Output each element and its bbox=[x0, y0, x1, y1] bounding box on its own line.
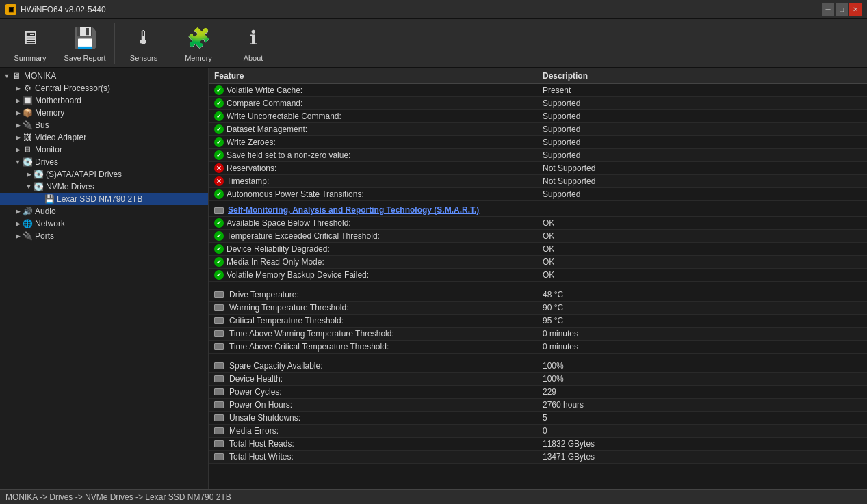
desc-cell: 11832 GBytes bbox=[537, 438, 867, 451]
close-button[interactable]: ✕ bbox=[849, 3, 862, 16]
tree-arrow-sata_drives: ▶ bbox=[25, 170, 33, 178]
maximize-button[interactable]: □ bbox=[836, 3, 848, 16]
tree-icon-cpu: ⚙ bbox=[22, 83, 33, 94]
toolbar-btn-save_report[interactable]: 💾 Save Report bbox=[57, 20, 112, 66]
feature-cell: Power Cycles: bbox=[209, 386, 537, 399]
desc-cell: 90 °C bbox=[537, 301, 867, 314]
sidebar-item-cpu[interactable]: ▶ ⚙ Central Processor(s) bbox=[0, 82, 208, 94]
sensors-label: Sensors bbox=[130, 54, 157, 62]
toolbar-btn-summary[interactable]: 🖥 Summary bbox=[3, 20, 57, 66]
sensors-icon: 🌡 bbox=[130, 24, 157, 51]
desc-cell: 100% bbox=[537, 360, 867, 373]
feature-cell: Unsafe Shutdowns: bbox=[209, 412, 537, 425]
sidebar-tree[interactable]: ▼ 🖥 MONIKA ▶ ⚙ Central Processor(s) ▶ 🔲 … bbox=[0, 68, 209, 489]
tree-icon-network: 🌐 bbox=[22, 218, 33, 229]
status-icon: ✓ bbox=[214, 231, 224, 241]
sidebar-item-ports[interactable]: ▶ 🔌 Ports bbox=[0, 230, 208, 242]
table-row bbox=[209, 353, 867, 360]
table-row: ✓ Available Space Below Threshold: OK bbox=[209, 217, 867, 230]
app-icon: ▣ bbox=[5, 4, 16, 15]
table-row: Time Above Critical Temperature Threshol… bbox=[209, 340, 867, 353]
save_report-icon: 💾 bbox=[71, 24, 99, 51]
tree-label-network: Network bbox=[35, 219, 65, 228]
feature-cell: ✓ Compare Command: bbox=[209, 97, 537, 110]
sidebar-item-monitor[interactable]: ▶ 🖥 Monitor bbox=[0, 144, 208, 156]
sidebar-item-drives[interactable]: ▼ 💽 Drives bbox=[0, 156, 208, 168]
app-title: HWiNFO64 v8.02-5440 bbox=[21, 5, 822, 14]
minimize-button[interactable]: ─ bbox=[822, 3, 834, 16]
sidebar-item-lexar_ssd[interactable]: 💾 Lexar SSD NM790 2TB bbox=[0, 193, 208, 205]
toolbar-btn-sensors[interactable]: 🌡 Sensors bbox=[116, 20, 171, 66]
sidebar-item-sata_drives[interactable]: ▶ 💽 (S)ATA/ATAPI Drives bbox=[0, 168, 208, 181]
about-label: About bbox=[244, 54, 263, 62]
sidebar-item-memory[interactable]: ▶ 📦 Memory bbox=[0, 107, 208, 119]
feature-cell: ✕ Reservations: bbox=[209, 162, 537, 175]
tree-label-drives: Drives bbox=[35, 157, 58, 167]
table-row: Warning Temperature Threshold: 90 °C bbox=[209, 301, 867, 314]
tree-icon-bus: 🔌 bbox=[22, 120, 33, 131]
feature-cell: ✓ Temperature Exceeded Critical Threshol… bbox=[209, 230, 537, 243]
toolbar-btn-memory[interactable]: 🧩 Memory bbox=[171, 20, 226, 66]
table-row: ✕ Reservations: Not Supported bbox=[209, 162, 867, 175]
title-bar: ▣ HWiNFO64 v8.02-5440 ─ □ ✕ bbox=[0, 0, 867, 19]
sidebar-item-audio[interactable]: ▶ 🔊 Audio bbox=[0, 205, 208, 217]
status-icon: ✓ bbox=[214, 150, 224, 160]
tree-icon-monika: 🖥 bbox=[11, 70, 22, 81]
table-row: Self-Monitoring, Analysis and Reporting … bbox=[209, 201, 867, 217]
smart-link[interactable]: Self-Monitoring, Analysis and Reporting … bbox=[228, 205, 479, 215]
desc-cell: Supported bbox=[537, 110, 867, 123]
tree-icon-nvme_drives: 💽 bbox=[33, 181, 44, 192]
sidebar-item-monika[interactable]: ▼ 🖥 MONIKA bbox=[0, 70, 208, 82]
toolbar-btn-about[interactable]: ℹ About bbox=[226, 20, 281, 66]
tree-label-monika: MONIKA bbox=[24, 71, 56, 81]
feature-cell: ✓ Write Zeroes: bbox=[209, 136, 537, 149]
feature-cell: Total Host Reads: bbox=[209, 438, 537, 451]
desc-cell: OK bbox=[537, 243, 867, 256]
tree-label-cpu: Central Processor(s) bbox=[35, 83, 110, 93]
content-panel[interactable]: Feature Description ✓ Volatile Write Cac… bbox=[209, 68, 867, 489]
table-row: Time Above Warning Temperature Threshold… bbox=[209, 327, 867, 340]
tree-arrow-motherboard: ▶ bbox=[14, 96, 22, 105]
desc-cell: 100% bbox=[537, 373, 867, 386]
desc-cell: Supported bbox=[537, 123, 867, 136]
toolbar: 🖥 Summary 💾 Save Report 🌡 Sensors 🧩 Memo… bbox=[0, 19, 867, 68]
tree-arrow-audio: ▶ bbox=[14, 207, 22, 215]
sidebar-item-video_adapter[interactable]: ▶ 🖼 Video Adapter bbox=[0, 131, 208, 144]
drive-icon bbox=[214, 207, 224, 214]
desc-cell: 0 minutes bbox=[537, 327, 867, 340]
status-icon: ✓ bbox=[214, 218, 224, 228]
tree-arrow-monika: ▼ bbox=[3, 72, 11, 80]
desc-cell: Not Supported bbox=[537, 162, 867, 175]
tree-label-audio: Audio bbox=[35, 207, 56, 216]
tree-icon-sata_drives: 💽 bbox=[33, 169, 44, 180]
status-icon: ✕ bbox=[214, 176, 224, 186]
tree-arrow-memory: ▶ bbox=[14, 109, 22, 117]
feature-cell: ✓ Autonomous Power State Transitions: bbox=[209, 188, 537, 201]
feature-cell: Total Host Writes: bbox=[209, 451, 537, 464]
feature-cell: ✓ Media In Read Only Mode: bbox=[209, 256, 537, 269]
sidebar-item-bus[interactable]: ▶ 🔌 Bus bbox=[0, 119, 208, 131]
feature-cell: Critical Temperature Threshold: bbox=[209, 314, 537, 327]
desc-cell: OK bbox=[537, 217, 867, 230]
save_report-label: Save Report bbox=[64, 54, 105, 62]
status-text: MONIKA -> Drives -> NVMe Drives -> Lexar… bbox=[5, 492, 231, 502]
table-row: Total Host Reads: 11832 GBytes bbox=[209, 438, 867, 451]
sidebar-item-nvme_drives[interactable]: ▼ 💽 NVMe Drives bbox=[0, 181, 208, 193]
table-row: ✓ Volatile Memory Backup Device Failed: … bbox=[209, 269, 867, 282]
tree-label-bus: Bus bbox=[35, 120, 49, 130]
tree-icon-audio: 🔊 bbox=[22, 206, 33, 217]
feature-cell: ✓ Dataset Management: bbox=[209, 123, 537, 136]
table-row: Critical Temperature Threshold: 95 °C bbox=[209, 314, 867, 327]
tree-label-nvme_drives: NVMe Drives bbox=[46, 182, 94, 191]
status-icon: ✓ bbox=[214, 270, 224, 280]
table-row: Total Host Writes: 13471 GBytes bbox=[209, 451, 867, 464]
feature-cell: ✕ Timestamp: bbox=[209, 175, 537, 188]
sidebar-item-network[interactable]: ▶ 🌐 Network bbox=[0, 217, 208, 230]
tree-icon-video_adapter: 🖼 bbox=[22, 132, 33, 143]
memory-icon: 🧩 bbox=[185, 24, 212, 51]
desc-cell: Present bbox=[537, 84, 867, 97]
sidebar-item-motherboard[interactable]: ▶ 🔲 Motherboard bbox=[0, 94, 208, 107]
table-row: ✕ Timestamp: Not Supported bbox=[209, 175, 867, 188]
main-area: ▼ 🖥 MONIKA ▶ ⚙ Central Processor(s) ▶ 🔲 … bbox=[0, 68, 867, 489]
desc-cell: OK bbox=[537, 269, 867, 282]
